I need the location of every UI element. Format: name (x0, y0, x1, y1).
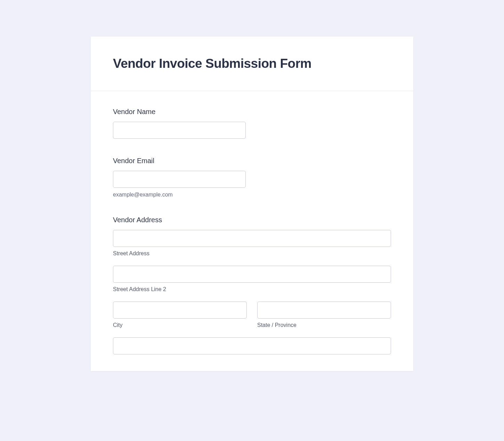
city-input[interactable] (113, 302, 247, 319)
address-street2-row: Street Address Line 2 (113, 266, 391, 292)
vendor-email-input[interactable] (113, 171, 246, 188)
address-city-col: City (113, 302, 247, 328)
address-state-col: State / Province (257, 302, 391, 328)
form-body: Vendor Name Vendor Email example@example… (91, 91, 413, 371)
field-vendor-email: Vendor Email example@example.com (113, 157, 391, 198)
state-sublabel: State / Province (257, 322, 391, 328)
address-extra-row (113, 337, 391, 354)
street-address-2-input[interactable] (113, 266, 391, 283)
vendor-email-label: Vendor Email (113, 157, 391, 165)
vendor-email-hint: example@example.com (113, 192, 391, 198)
extra-address-input[interactable] (113, 337, 391, 354)
form-container: Vendor Invoice Submission Form Vendor Na… (91, 37, 413, 371)
address-city-state-row: City State / Province (113, 302, 391, 328)
vendor-address-label: Vendor Address (113, 216, 391, 224)
street-address-2-sublabel: Street Address Line 2 (113, 286, 391, 292)
state-input[interactable] (257, 302, 391, 319)
field-vendor-name: Vendor Name (113, 108, 391, 139)
city-sublabel: City (113, 322, 247, 328)
form-header: Vendor Invoice Submission Form (91, 37, 413, 91)
vendor-name-input[interactable] (113, 122, 246, 139)
address-street1-row: Street Address (113, 230, 391, 257)
street-address-input[interactable] (113, 230, 391, 247)
form-title: Vendor Invoice Submission Form (113, 56, 391, 71)
street-address-sublabel: Street Address (113, 250, 391, 257)
vendor-name-label: Vendor Name (113, 108, 391, 116)
field-vendor-address: Vendor Address Street Address Street Add… (113, 216, 391, 354)
